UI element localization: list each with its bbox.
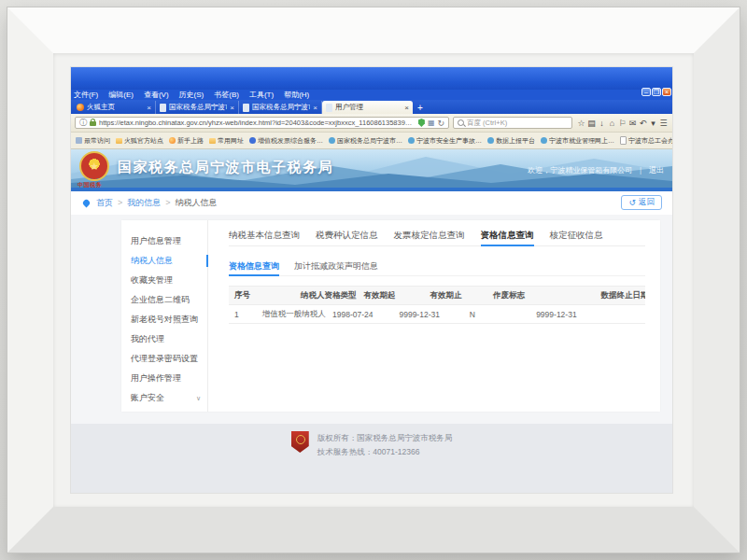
menu-item[interactable]: 文件(F) (74, 90, 98, 100)
sub-tab[interactable]: 资格信息查询 (229, 260, 279, 275)
sidebar: 用户信息管理 纳税人信息 收藏夹管理 企业信息二维码 新老税号对照查询 (121, 220, 208, 412)
tab-close-icon[interactable]: × (313, 104, 317, 112)
browser-tab[interactable]: 用户管理 × (322, 101, 413, 114)
bookmark-label: 火狐官方站点 (124, 136, 163, 146)
sidebar-item[interactable]: 新老税号对照查询 (121, 310, 207, 329)
home-icon[interactable]: ⌂ (607, 119, 617, 128)
menu-icon[interactable]: ☰ (658, 119, 669, 128)
messages-icon[interactable]: ✉ (627, 119, 638, 128)
sidebar-item[interactable]: 代理登录密码设置 (121, 349, 207, 369)
browser-menubar: 文件(F)编辑(E)查看(V)历史(S)书签(B)工具(T)帮助(H) (71, 90, 672, 100)
sub-tab[interactable]: 加计抵减政策声明信息 (294, 260, 378, 275)
bookmark-label: 宁波市就业管理网上… (549, 136, 614, 146)
bookmark-label: 数据上报平台 (496, 136, 535, 146)
maximize-button[interactable]: ❐ (652, 88, 661, 96)
menu-item[interactable]: 查看(V) (144, 90, 169, 100)
cell-seq: 1 (229, 310, 257, 319)
bookmark-favicon (249, 137, 256, 144)
bookmark-label: 常用网址 (218, 136, 244, 146)
sidebar-item[interactable]: 纳税人信息 (121, 251, 207, 271)
sidebar-item-label: 我的代理 (131, 329, 201, 349)
tax-emblem-logo: ★ (79, 151, 109, 181)
window-titlebar (71, 67, 672, 90)
search-icon (458, 119, 464, 126)
close-button[interactable]: × (662, 88, 671, 96)
bookmark-item[interactable]: 火狐官方站点 (116, 136, 163, 146)
sidebar-item[interactable]: 用户信息管理 (121, 231, 207, 251)
search-placeholder: 百度 (Ctrl+K) (467, 119, 507, 128)
bookmark-star-icon[interactable]: ☆ (576, 119, 586, 128)
main-tab[interactable]: 核定征收信息 (550, 230, 603, 245)
breadcrumb-item[interactable]: 首页 (96, 197, 113, 209)
browser-tab[interactable]: 国家税务总局宁波市电子税务局 × (156, 101, 239, 114)
bookmark-item[interactable]: 宁波市就业管理网上… (541, 136, 614, 146)
bookmark-item[interactable]: 增值税发票综合服务… (249, 136, 323, 146)
menu-item[interactable]: 帮助(H) (284, 90, 309, 100)
sidebar-item-label: 用户信息管理 (131, 231, 201, 251)
tab-label: 用户管理 (335, 103, 402, 112)
site-footer: 版权所有：国家税务总局宁波市税务局 技术服务热线：40071-12366 (71, 424, 672, 493)
downloads-icon[interactable]: ↓ (597, 119, 607, 128)
main-tab[interactable]: 税费种认定信息 (316, 230, 378, 245)
bookmark-item[interactable]: 新手上路 (169, 136, 204, 146)
url-text[interactable]: https://etax.ningbo.chinatax.gov.cn/yhzx… (99, 119, 416, 127)
browser-tab[interactable]: 国家税务总局宁波市电子税务局 × (239, 101, 322, 114)
library-icon[interactable]: ▤ (586, 119, 597, 128)
window-controls: – ❐ × (641, 88, 671, 96)
bookmark-favicon (329, 137, 335, 144)
qr-grid-icon[interactable]: ▦ (428, 119, 435, 127)
bookmark-item[interactable]: 国家税务总局宁波市… (329, 136, 402, 146)
bookmark-item[interactable]: 最常访问 (76, 136, 110, 146)
bookmark-item[interactable]: 宁波市安全生产事故… (408, 136, 482, 146)
browser-window: – ❐ × 文件(F)编辑(E)查看(V)历史(S)书签(B)工具(T)帮助(H… (71, 67, 672, 493)
menu-item[interactable]: 工具(T) (249, 90, 274, 100)
tab-label: 国家税务总局宁波市电子税务局 (169, 103, 227, 112)
bookmark-label: 新手上路 (177, 136, 204, 146)
sidebar-item-label: 用户操作管理 (131, 369, 201, 388)
sidebar-item[interactable]: 账户安全 ∨ (121, 388, 207, 408)
back-button-label: 返回 (639, 197, 655, 208)
main-tab[interactable]: 纳税基本信息查询 (229, 230, 300, 245)
site-info-icon[interactable]: ⓘ (79, 118, 87, 128)
tab-close-icon[interactable]: × (147, 104, 151, 112)
menu-item[interactable]: 书签(B) (214, 90, 239, 100)
back-button[interactable]: ↺ 返回 (621, 195, 662, 210)
sidebar-item-label: 纳税人信息 (131, 251, 201, 271)
breadcrumb-row: 首页我的信息纳税人信息 ↺ 返回 (71, 191, 672, 215)
bookmark-label: 宁波市总工会办公会… (628, 136, 672, 146)
bookmark-item[interactable]: 宁波市总工会办公会… (620, 136, 672, 146)
minimize-button[interactable]: – (641, 88, 651, 96)
browser-tab[interactable]: 火狐主页 × (73, 101, 156, 114)
url-bar[interactable]: ⓘ https://etax.ningbo.chinatax.gov.cn/yh… (75, 117, 449, 129)
tab-close-icon[interactable]: × (230, 104, 234, 112)
sync-icon[interactable]: ↶ (638, 119, 648, 128)
tab-close-icon[interactable]: × (404, 104, 409, 112)
pocket-icon[interactable]: ⚐ (617, 119, 627, 128)
table-header-cell: 纳税人资格类型 (295, 290, 358, 301)
sidebar-item[interactable]: 收藏夹管理 (121, 271, 207, 290)
page-content: 用户信息管理 纳税人信息 收藏夹管理 企业信息二维码 新老税号对照查询 (71, 215, 672, 424)
location-pin-icon (82, 199, 92, 208)
reload-icon[interactable]: ↻ (437, 119, 444, 128)
menu-item[interactable]: 历史(S) (179, 90, 204, 100)
sidebar-item[interactable]: 用户操作管理 (121, 369, 207, 388)
bookmark-item[interactable]: 常用网址 (209, 136, 244, 146)
bookmark-list: 最常访问 火狐官方站点 新手上路 常用网址 增值税发票综合服务… 国家税务总局宁… (76, 136, 672, 146)
menu-item[interactable]: 编辑(E) (108, 90, 134, 100)
protection-shield-icon[interactable] (418, 119, 425, 127)
breadcrumb-item[interactable]: 我的信息 (118, 197, 161, 209)
overflow-caret-icon[interactable]: ▾ (648, 119, 658, 128)
tab-favicon (243, 104, 249, 112)
new-tab-button[interactable]: + (417, 103, 423, 113)
logout-link[interactable]: 退出 (649, 165, 664, 175)
main-tab[interactable]: 资格信息查询 (481, 230, 534, 245)
search-input[interactable]: 百度 (Ctrl+K) (453, 117, 572, 129)
site-title: 国家税务总局宁波市电子税务局 (118, 159, 333, 176)
breadcrumb-item[interactable]: 纳税人信息 (165, 197, 217, 209)
sidebar-item[interactable]: 企业信息二维码 (121, 290, 207, 310)
main-tab[interactable]: 发票核定信息查询 (394, 230, 465, 245)
cell-valid-to: 9999-12-31 (393, 310, 463, 319)
sidebar-item[interactable]: 我的代理 (121, 329, 207, 349)
bookmark-item[interactable]: 数据上报平台 (487, 136, 535, 146)
tax-shield-logo (291, 431, 309, 453)
